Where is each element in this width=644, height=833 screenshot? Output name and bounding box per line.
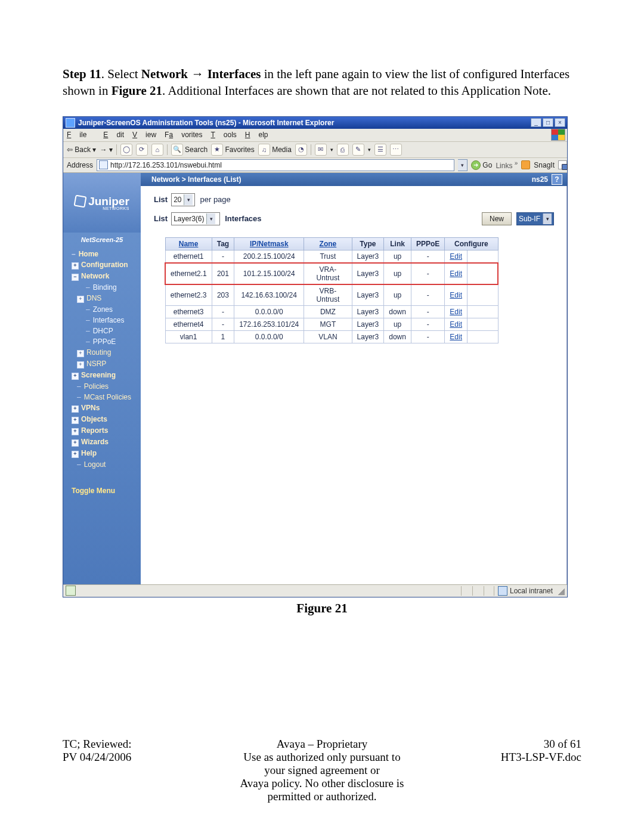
home-icon[interactable]: ⌂	[151, 144, 163, 156]
sidebar-item[interactable]: Zones	[63, 304, 141, 315]
sidebar-item[interactable]: Policies	[63, 381, 141, 392]
sidebar-item-label: Home	[79, 250, 98, 258]
layer-filter-select[interactable]: Layer3(6) ▾	[171, 212, 220, 225]
address-input[interactable]: http://172.16.253.101/nswebui.html	[97, 159, 454, 171]
sidebar-item[interactable]: +DNS	[63, 293, 141, 304]
mail-icon[interactable]: ✉	[315, 144, 327, 156]
minimize-button[interactable]: _	[531, 118, 541, 127]
plus-icon[interactable]: +	[72, 428, 79, 435]
plus-icon[interactable]: +	[72, 439, 79, 447]
sort-name[interactable]: Name	[179, 240, 199, 248]
col-zone: Zone	[304, 237, 352, 250]
plus-icon[interactable]: +	[72, 373, 79, 380]
sidebar-item[interactable]: +Wizards	[63, 436, 141, 448]
edit-icon[interactable]: ✎	[352, 144, 364, 156]
menu-file[interactable]: File	[67, 131, 95, 139]
col-tag: Tag	[212, 237, 234, 250]
go-button[interactable]: ➜ Go	[471, 160, 492, 170]
sidebar-item[interactable]: +Reports	[63, 425, 141, 436]
edit-link[interactable]: Edit	[450, 270, 462, 278]
sidebar-item[interactable]: +NSRP	[63, 358, 141, 370]
table-cell: Layer3	[352, 263, 384, 284]
sidebar-item[interactable]: PPPoE	[63, 336, 141, 347]
sidebar-item[interactable]: +VPNs	[63, 402, 141, 414]
sidebar-item[interactable]: +Routing	[63, 347, 141, 358]
plus-icon[interactable]: +	[72, 417, 79, 424]
help-icon[interactable]: ?	[552, 174, 562, 185]
misc-icon[interactable]: ⋯	[390, 144, 402, 156]
plus-icon[interactable]: +	[77, 296, 84, 303]
sidebar-item[interactable]: Binding	[63, 282, 141, 293]
menu-edit[interactable]: Edit	[103, 131, 124, 139]
edit-link[interactable]: Edit	[450, 291, 462, 299]
plus-icon[interactable]: +	[77, 350, 84, 357]
sidebar-item[interactable]: Logout	[63, 459, 141, 470]
table-cell: ethernet1	[165, 250, 212, 263]
stop-icon[interactable]: ◯	[120, 144, 132, 156]
table-cell: 101.2.15.100/24	[234, 263, 304, 284]
plus-icon[interactable]: +	[72, 405, 79, 413]
sidebar-item[interactable]: Home	[63, 249, 141, 259]
security-zone-label: Local intranet	[510, 587, 553, 595]
plus-icon[interactable]: +	[72, 262, 79, 270]
configure-spare-cell	[467, 318, 499, 330]
minus-icon[interactable]: −	[72, 274, 79, 281]
new-button[interactable]: New	[482, 212, 512, 225]
sidebar-item[interactable]: Interfaces	[63, 315, 141, 326]
separator-icon	[167, 144, 168, 155]
new-type-select[interactable]: Sub-IF ▾	[516, 212, 554, 225]
chevron-down-icon: ▾	[543, 213, 552, 224]
links-label[interactable]: Links »	[496, 160, 518, 170]
ie-toolbar: ⇦ Back ▾ → ▾ ◯ ⟳ ⌂ 🔍 Search ★ Favorites …	[63, 142, 567, 158]
back-button[interactable]: ⇦ Back ▾	[67, 145, 96, 154]
close-button[interactable]: ×	[555, 118, 565, 127]
sidebar-item[interactable]: +Screening	[63, 370, 141, 381]
sidebar-item[interactable]: DHCP	[63, 326, 141, 336]
per-page-select[interactable]: 20 ▾	[171, 193, 195, 206]
sidebar-item-label: Policies	[84, 382, 109, 391]
snagit-edit-icon[interactable]	[558, 160, 567, 169]
snagit-label[interactable]: SnagIt	[534, 161, 555, 169]
edit-link[interactable]: Edit	[450, 308, 462, 316]
mail-dropdown-icon[interactable]: ▾	[330, 147, 333, 153]
table-cell: up	[384, 263, 411, 284]
menu-help[interactable]: Help	[245, 131, 268, 139]
discuss-icon[interactable]: ☰	[374, 144, 386, 156]
menu-tools[interactable]: Tools	[210, 131, 236, 139]
edit-link[interactable]: Edit	[450, 333, 462, 341]
favorites-button[interactable]: ★ Favorites	[211, 144, 255, 156]
plus-icon[interactable]: +	[77, 361, 84, 368]
refresh-icon[interactable]: ⟳	[136, 144, 148, 156]
col-link: Link	[384, 237, 411, 250]
sidebar-item[interactable]: −Network	[63, 271, 141, 282]
forward-button[interactable]: → ▾	[100, 145, 112, 154]
maximize-button[interactable]: □	[543, 118, 553, 127]
menu-favorites[interactable]: Favorites	[165, 131, 202, 139]
configure-cell: Edit	[445, 318, 467, 330]
edit-link[interactable]: Edit	[450, 252, 462, 261]
search-button[interactable]: 🔍 Search	[171, 144, 208, 156]
address-dropdown-icon[interactable]: ▾	[458, 159, 467, 171]
edit-dropdown-icon[interactable]: ▾	[368, 147, 371, 153]
sidebar-item-label: Reports	[81, 426, 108, 435]
sidebar-item-label: Network	[81, 272, 109, 280]
sort-ip[interactable]: IP/Netmask	[250, 240, 289, 248]
sidebar-item[interactable]: +Configuration	[63, 259, 141, 271]
sidebar-item[interactable]: MCast Policies	[63, 392, 141, 402]
edit-link[interactable]: Edit	[450, 320, 462, 329]
configure-spare-cell	[467, 305, 499, 318]
toggle-menu-link[interactable]: Toggle Menu	[63, 470, 141, 500]
table-cell: Trust	[304, 250, 352, 263]
resize-grip-icon[interactable]	[556, 587, 565, 595]
menu-view[interactable]: View	[132, 131, 156, 139]
search-icon: 🔍	[171, 144, 183, 156]
sidebar-item[interactable]: +Help	[63, 448, 141, 459]
col-name: Name	[165, 237, 212, 250]
sort-zone[interactable]: Zone	[320, 240, 337, 248]
plus-icon[interactable]: +	[72, 451, 79, 458]
print-icon[interactable]: ⎙	[337, 144, 349, 156]
media-button[interactable]: ♫ Media	[258, 144, 292, 156]
table-cell: down	[384, 305, 411, 318]
history-icon[interactable]: ◔	[295, 144, 307, 156]
sidebar-item[interactable]: +Objects	[63, 414, 141, 425]
